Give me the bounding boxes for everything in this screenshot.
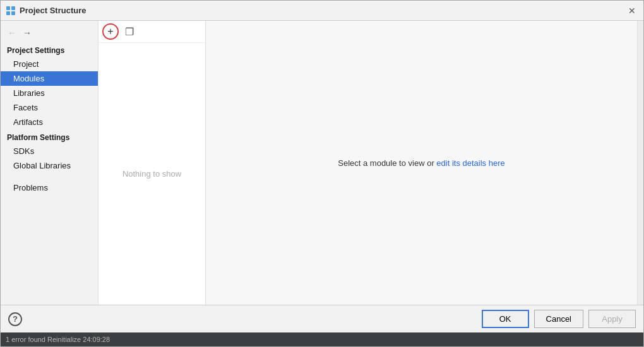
apply-button[interactable]: Apply (588, 310, 636, 328)
hint-text: Select a module to view or (338, 158, 436, 168)
back-button[interactable]: ← (6, 27, 18, 38)
svg-rect-2 (6, 11, 10, 15)
status-text: 1 error found Reinitialize 24:09:28 (6, 336, 110, 343)
footer-buttons: OK Cancel Apply (482, 310, 636, 328)
close-button[interactable]: ✕ (626, 4, 638, 17)
project-settings-label: Project Settings (1, 42, 98, 57)
status-bar: 1 error found Reinitialize 24:09:28 (1, 332, 643, 346)
sidebar-item-project[interactable]: Project (1, 57, 98, 71)
svg-rect-0 (6, 6, 10, 10)
sidebar-item-libraries[interactable]: Libraries (1, 86, 98, 100)
middle-panel: + ❐ Nothing to show (98, 21, 206, 305)
content-area: ← → Project Settings Project Modules Lib… (1, 21, 643, 305)
nav-back-forward: ← → (1, 26, 98, 42)
sidebar-item-global-libraries[interactable]: Global Libraries (1, 158, 98, 173)
footer-left: ? (8, 312, 22, 326)
svg-rect-3 (11, 11, 15, 15)
project-structure-icon (6, 6, 16, 16)
middle-toolbar: + ❐ (98, 21, 205, 43)
platform-settings-label: Platform Settings (1, 129, 98, 144)
footer: ? OK Cancel Apply (1, 305, 643, 332)
forward-button[interactable]: → (21, 27, 33, 38)
sidebar-item-sdks[interactable]: SDKs (1, 144, 98, 158)
sidebar-item-facets[interactable]: Facets (1, 100, 98, 115)
title-bar: Project Structure ✕ (1, 1, 643, 21)
sidebar: ← → Project Settings Project Modules Lib… (1, 21, 98, 305)
hint-link[interactable]: edit its details here (436, 158, 504, 168)
copy-module-button[interactable]: ❐ (121, 23, 138, 40)
sidebar-item-problems[interactable]: Problems (1, 180, 98, 195)
main-panel: Select a module to view or edit its deta… (206, 21, 637, 305)
scrollbar (637, 21, 643, 305)
project-structure-dialog: Project Structure ✕ ← → Project Settings… (0, 0, 644, 347)
svg-rect-1 (11, 6, 15, 10)
help-button[interactable]: ? (8, 312, 22, 326)
main-hint: Select a module to view or edit its deta… (338, 158, 504, 168)
cancel-button[interactable]: Cancel (534, 310, 583, 328)
nothing-to-show-label: Nothing to show (98, 43, 205, 305)
sidebar-item-modules[interactable]: Modules (1, 71, 98, 86)
sidebar-item-artifacts[interactable]: Artifacts (1, 115, 98, 129)
ok-button[interactable]: OK (482, 310, 529, 328)
add-module-button[interactable]: + (102, 23, 119, 40)
dialog-title: Project Structure (20, 6, 626, 15)
